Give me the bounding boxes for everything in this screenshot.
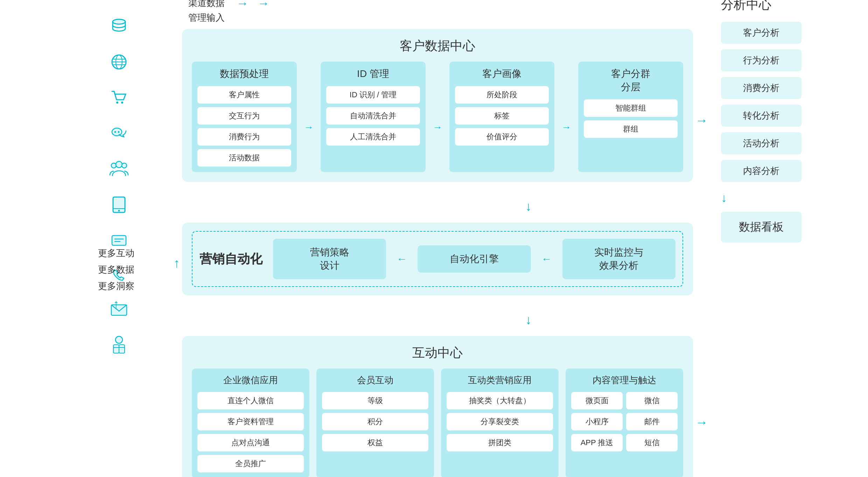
cdc-item: 客户属性	[197, 86, 291, 104]
interaction-columns: 企业微信应用 直连个人微信 客户资料管理 点对点沟通 全员推广 会员互动 等级 …	[192, 369, 683, 477]
int-item: 积分	[322, 413, 428, 430]
int-content-row-3: APP 推送 短信	[571, 434, 678, 451]
cdc-columns: 数据预处理 客户属性 交互行为 消费行为 活动数据 → ID 管理 ID 识别 …	[192, 62, 683, 172]
svg-rect-23	[119, 345, 125, 353]
svg-rect-22	[113, 345, 119, 353]
int-col-content: 内容管理与触达 微页面 微信 小程序 邮件 APP 推送	[566, 369, 683, 477]
interaction-title: 互动中心	[192, 344, 683, 362]
svg-point-10	[118, 131, 120, 133]
cdc-item: ID 识别 / 管理	[326, 86, 420, 104]
col-arrow-2: →	[433, 83, 442, 172]
page-wrapper: 电商等全 渠道数据 管理输入 → → 客户数据中心 数据预处理 客户属性 交互行…	[0, 0, 868, 477]
int-item: 等级	[322, 392, 428, 409]
analysis-down-arrow: ↓	[721, 191, 727, 205]
int-item: 邮件	[626, 413, 678, 430]
arrow-to-cdc2: →	[258, 0, 270, 10]
cdc-item: 人工清洗合并	[326, 128, 420, 146]
marketing-engine: 自动化引擎	[418, 245, 531, 273]
cdc-col-portrait: 客户画像 所处阶段 标签 价值评分	[449, 62, 554, 172]
cdc-item: 交互行为	[197, 107, 291, 125]
marketing-arrow-1: ←	[397, 253, 407, 265]
marketing-section: 营销自动化 营销策略 设计 ← 自动化引擎 ← 实时监控与 效果分析	[182, 223, 693, 295]
cdc-col-segment-title: 客户分群 分层	[611, 67, 650, 94]
database-icon	[110, 17, 128, 35]
int-item: 微信	[626, 392, 678, 409]
svg-point-15	[118, 210, 120, 212]
cdc-item: 群组	[584, 120, 678, 138]
int-item: 权益	[322, 434, 428, 451]
cdc-col-id-title: ID 管理	[357, 67, 389, 80]
int-content-row-2: 小程序 邮件	[571, 413, 678, 430]
cdc-item: 价值评分	[455, 128, 549, 146]
cart-icon	[110, 89, 128, 107]
svg-point-0	[113, 19, 125, 24]
svg-point-6	[116, 101, 118, 104]
cdc-col-portrait-title: 客户画像	[482, 67, 522, 80]
cdc-col-segment: 客户分群 分层 智能群组 群组	[578, 62, 683, 172]
group-icon	[108, 160, 130, 178]
svg-point-21	[115, 336, 122, 343]
int-item: 微页面	[571, 392, 623, 409]
cdc-item: 活动数据	[197, 149, 291, 167]
marketing-to-interaction-arrow: ↓	[346, 314, 710, 326]
svg-rect-17	[112, 236, 126, 245]
marketing-arrow-2: ←	[541, 253, 552, 265]
svg-point-7	[121, 101, 123, 104]
marketing-inner: 营销自动化 营销策略 设计 ← 自动化引擎 ← 实时监控与 效果分析	[192, 231, 683, 287]
int-col-wechat: 企业微信应用 直连个人微信 客户资料管理 点对点沟通 全员推广	[192, 369, 309, 477]
marketing-left-arrow: ↑	[174, 256, 180, 271]
col-arrow-3: →	[561, 83, 571, 172]
tablet-icon	[112, 196, 126, 214]
cdc-to-marketing-arrow: ↓	[346, 200, 710, 213]
int-item: 短信	[626, 434, 678, 451]
int-content-row-1: 微页面 微信	[571, 392, 678, 409]
svg-point-11	[111, 163, 116, 168]
int-col-member: 会员互动 等级 积分 权益	[316, 369, 434, 477]
cdc-item: 消费行为	[197, 128, 291, 146]
dashboard-box: 数据看板	[721, 212, 802, 243]
input-label: 电商等全 渠道数据 管理输入	[178, 0, 234, 25]
int-item: 小程序	[571, 413, 623, 430]
interaction-section: 互动中心 企业微信应用 直连个人微信 客户资料管理 点对点沟通 全员推广 会	[182, 336, 693, 477]
marketing-title: 营销自动化	[200, 251, 262, 268]
marketing-strategy: 营销策略 设计	[273, 239, 386, 279]
cdc-col-preprocessing-title: 数据预处理	[220, 67, 269, 80]
int-item: 拼团类	[447, 434, 553, 451]
cdc-item: 标签	[455, 107, 549, 125]
globe-icon	[110, 53, 128, 71]
int-col-member-title: 会员互动	[357, 374, 393, 386]
svg-point-12	[116, 161, 122, 168]
up-arrow-left: ↑	[113, 297, 119, 311]
analysis-item-customer: 客户分析	[721, 22, 802, 44]
right-column: 分析中心 客户分析 行为分析 消费分析 转化分析 活动分析 内容分析 ↓ 数据看…	[710, 0, 802, 243]
int-item: 客户资料管理	[197, 413, 304, 430]
cdc-title: 客户数据中心	[192, 37, 683, 55]
arrow-to-cdc: →	[237, 0, 248, 10]
int-col-wechat-title: 企业微信应用	[223, 374, 278, 386]
analysis-item-conversion: 转化分析	[721, 105, 802, 127]
person-icon	[110, 335, 128, 355]
analysis-title: 分析中心	[721, 0, 771, 13]
cdc-item: 所处阶段	[455, 86, 549, 104]
cdc-section-wrapper: 客户数据中心 数据预处理 客户属性 交互行为 消费行为 活动数据 →	[172, 29, 710, 190]
int-col-marketing-apps-title: 互动类营销应用	[468, 374, 532, 386]
feedback-area: 更多互动 更多数据 更多洞察 ↑	[98, 245, 134, 311]
int-item: 点对点沟通	[197, 434, 304, 451]
center-column: 电商等全 渠道数据 管理输入 → → 客户数据中心 数据预处理 客户属性 交互行…	[172, 0, 710, 477]
cdc-item: 自动清洗合并	[326, 107, 420, 125]
analysis-item-content: 内容分析	[721, 160, 802, 182]
wechat-icon	[110, 124, 128, 142]
int-item: APP 推送	[571, 434, 623, 451]
analysis-item-consumption: 消费分析	[721, 77, 802, 99]
int-item: 全员推广	[197, 455, 304, 472]
svg-point-13	[122, 163, 127, 168]
cdc-section: 客户数据中心 数据预处理 客户属性 交互行为 消费行为 活动数据 →	[182, 29, 693, 182]
interaction-right-arrow: →	[695, 415, 708, 430]
marketing-monitor: 实时监控与 效果分析	[562, 239, 676, 279]
full-layout: 电商等全 渠道数据 管理输入 → → 客户数据中心 数据预处理 客户属性 交互行…	[66, 0, 802, 477]
int-item: 分享裂变类	[447, 413, 553, 430]
int-col-content-title: 内容管理与触达	[593, 374, 656, 386]
analysis-item-behavior: 行为分析	[721, 49, 802, 71]
int-item: 抽奖类（大转盘）	[447, 392, 553, 409]
col-arrow-1: →	[304, 83, 314, 172]
